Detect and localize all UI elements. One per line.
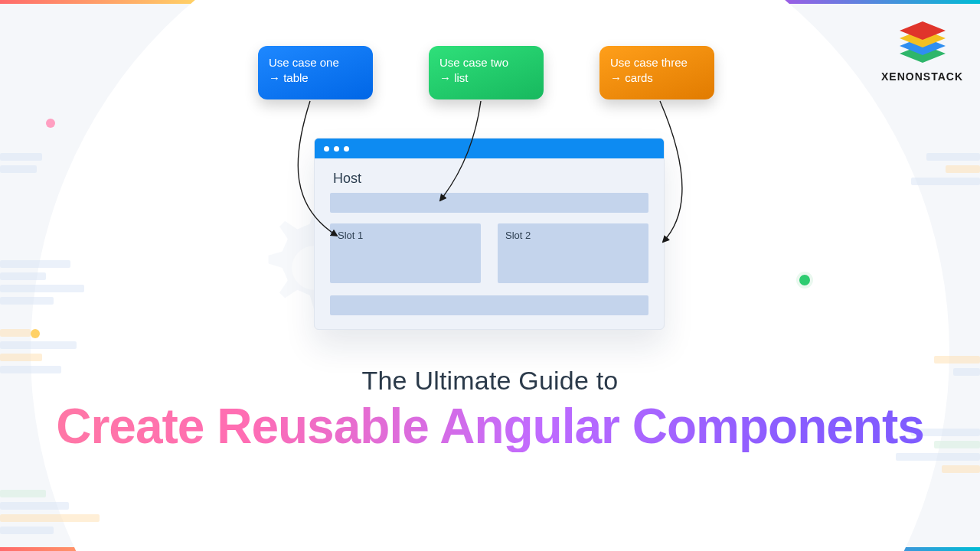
host-window: Host Slot 1 Slot 2 (314, 138, 665, 330)
decorative-dot (796, 272, 813, 289)
use-case-line1: Use case one (269, 55, 362, 70)
deco-bars (911, 153, 980, 185)
deco-bars (0, 260, 84, 305)
deco-bars (0, 490, 100, 534)
use-case-line1: Use case three (610, 55, 704, 70)
host-slot-1: Slot 1 (330, 223, 481, 283)
host-bar-bottom (330, 295, 648, 315)
brand-name: XENONSTACK (881, 70, 963, 83)
use-case-line2: → table (269, 70, 362, 86)
host-slot-2: Slot 2 (498, 223, 648, 283)
use-case-line2: → cards (610, 70, 704, 86)
main-title: Create Reusable Angular Components (0, 402, 980, 452)
use-case-card-cards: Use case three → cards (599, 46, 714, 99)
brand-logo: XENONSTACK (881, 18, 963, 83)
title-block: The Ultimate Guide to Create Reusable An… (0, 366, 980, 452)
host-titlebar (315, 139, 664, 158)
use-case-line1: Use case two (439, 55, 533, 70)
subtitle: The Ultimate Guide to (0, 366, 980, 396)
use-case-line2: → list (439, 70, 533, 86)
stack-icon (893, 18, 952, 66)
decorative-dot (46, 119, 55, 128)
decorative-dot (31, 329, 40, 338)
use-case-card-list: Use case two → list (429, 46, 544, 99)
host-label: Host (333, 171, 648, 187)
deco-bars (0, 153, 42, 173)
use-case-card-table: Use case one → table (258, 46, 373, 99)
host-bar-top (330, 193, 648, 213)
